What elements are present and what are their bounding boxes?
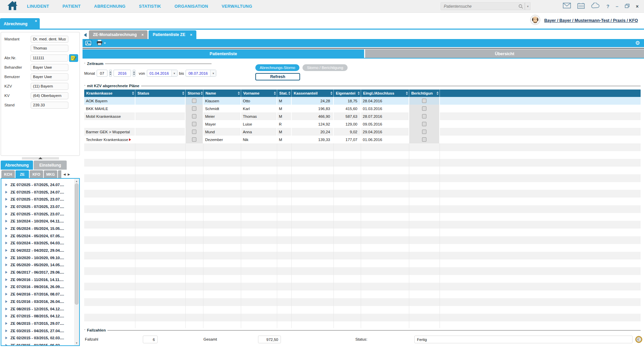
storno-berichtigung-button[interactable]: Storno / Berichtigung xyxy=(302,64,347,71)
mandant-field[interactable] xyxy=(31,36,68,43)
collapse-toggle[interactable]: - xyxy=(84,83,85,87)
expand-icon[interactable] xyxy=(5,344,7,345)
tree-item[interactable]: ZE 07/2025 - 07/2025, 24.07.... xyxy=(3,188,74,196)
table-row[interactable]: BKK MAHLESchmidtKarlM196,83415,6001.03.2… xyxy=(84,105,641,112)
type-tab-mkg[interactable]: MKG xyxy=(44,170,57,178)
menu-item-patient[interactable]: PATIENT xyxy=(63,4,81,9)
tree-item[interactable]: ZE 01/2016 - 03/2016, 26.04.... xyxy=(3,298,74,305)
edit-abrnr-button[interactable] xyxy=(69,54,78,62)
table-row[interactable]: AOK BayernKlausenOttoM24,2818,7528.04.20… xyxy=(84,97,641,105)
col-header-vorname[interactable]: Vorname xyxy=(241,90,277,97)
expand-icon[interactable] xyxy=(5,213,7,215)
col-header-kassenanteil[interactable]: Kassenanteil xyxy=(292,90,334,97)
type-tab-kfo[interactable]: KFO xyxy=(30,170,43,178)
tree-item[interactable]: ZE 10/2020 - 10/2020, 09.10.... xyxy=(3,254,74,262)
expand-icon[interactable] xyxy=(5,264,7,266)
behandler-field[interactable] xyxy=(31,64,68,71)
berichtigung-checkbox[interactable] xyxy=(422,137,426,142)
col-header-stat[interactable]: Stat. xyxy=(277,90,292,97)
col-header-eigenantei[interactable]: Eigenantei xyxy=(334,90,361,97)
expand-icon[interactable] xyxy=(5,300,7,303)
col-header-name[interactable]: Name xyxy=(203,90,241,97)
storno-checkbox[interactable] xyxy=(192,122,196,126)
tree-item[interactable]: ZE 04/2022 - 04/2022, 29.04.... xyxy=(3,247,74,254)
close-icon[interactable]: × xyxy=(636,4,639,9)
von-date-dropdown[interactable]: ▾ xyxy=(171,70,177,76)
monat-stepper[interactable] xyxy=(109,70,112,77)
expand-icon[interactable] xyxy=(5,198,7,201)
expand-icon[interactable] xyxy=(5,235,7,237)
menu-item-statistik[interactable]: STATISTIK xyxy=(139,4,161,9)
col-header-krankenkasse[interactable]: Krankenkasse xyxy=(84,90,135,97)
tree-item[interactable]: ZE 10/2024 - 10/2024, 04.11.... xyxy=(3,217,74,225)
close-icon[interactable]: × xyxy=(141,33,143,37)
home-button[interactable] xyxy=(0,1,25,12)
jahr-input[interactable] xyxy=(114,70,131,77)
user-context-link[interactable]: Bayer / Bayer / Mustermann-Test / Praxis… xyxy=(544,18,638,23)
expand-icon[interactable] xyxy=(5,329,7,332)
expand-icon[interactable] xyxy=(5,191,7,194)
expand-icon[interactable] xyxy=(5,271,7,274)
scroll-up-icon[interactable]: ▲ xyxy=(75,179,78,183)
col-header-storno[interactable]: Storno xyxy=(186,90,203,97)
col-header-berichtigun[interactable]: Berichtigun xyxy=(409,90,440,97)
tree-item[interactable]: ZE 07/2025 - 07/2025, 23.07.... xyxy=(3,203,74,210)
storno-checkbox[interactable] xyxy=(192,137,196,142)
tree-item[interactable]: ZE 05/2024 - 05/2024, 07.05.... xyxy=(3,232,74,240)
berichtigung-checkbox[interactable] xyxy=(422,114,426,118)
mail-icon[interactable] xyxy=(563,3,571,10)
menu-item-linudent[interactable]: LINUDENT xyxy=(27,4,49,9)
euro-coin-icon[interactable] xyxy=(635,336,642,344)
gear-icon[interactable]: ⚙ xyxy=(635,40,640,46)
kzv-field[interactable] xyxy=(31,83,68,90)
storno-checkbox[interactable] xyxy=(192,114,196,118)
tree-item[interactable]: ZE 07/2025 - 07/2025, 24.07.... xyxy=(3,181,74,188)
col-header-status[interactable]: Status xyxy=(135,90,186,97)
menu-item-organisation[interactable]: ORGANISATION xyxy=(174,4,208,9)
tree-item[interactable]: ZE 03/2024 - 03/2025, 04.03.... xyxy=(3,240,74,247)
search-options-dropdown[interactable]: ▾ xyxy=(525,2,530,10)
storno-checkbox[interactable] xyxy=(192,106,196,111)
table-row[interactable]: Barmer GEK > WuppertalMundAnnaM20,249,02… xyxy=(84,128,641,136)
status-input[interactable] xyxy=(414,336,633,343)
splitter-handle[interactable] xyxy=(1,156,80,161)
von-date-input[interactable] xyxy=(147,71,171,75)
bis-date-dropdown[interactable]: ▾ xyxy=(210,70,216,76)
scroll-down-icon[interactable]: ▼ xyxy=(75,341,78,345)
expand-icon[interactable] xyxy=(5,256,7,259)
expand-icon[interactable] xyxy=(5,183,7,186)
menu-item-abrechnung[interactable]: ABRECHNUNG xyxy=(94,4,125,9)
storno-checkbox[interactable] xyxy=(192,99,196,103)
refresh-button[interactable]: Refresh xyxy=(255,73,300,80)
doc-tab-scroll-left[interactable] xyxy=(83,31,88,39)
stand-field[interactable] xyxy=(31,102,68,109)
tree-item[interactable]: ZE 07/2016 - 09/2016, 26.09.... xyxy=(3,283,74,291)
bis-date-input[interactable] xyxy=(186,71,210,75)
help-icon[interactable]: ? xyxy=(606,4,609,9)
doc-tab-ze-monatsabrechnung[interactable]: ZE-Monatsabrechnung× xyxy=(89,30,148,39)
abrechnungs-storno-button[interactable]: Abrechnungs-Storno xyxy=(255,64,299,71)
sidebar-tab-abrechnung[interactable]: Abrechnung xyxy=(1,161,33,170)
window-tab-abrechnung[interactable]: Abrechnung × xyxy=(0,18,40,29)
expand-icon[interactable] xyxy=(5,278,7,281)
tree-item[interactable]: ZE 05/2024 - 05/2024, 15.05.... xyxy=(3,225,74,232)
x-field[interactable] xyxy=(31,45,68,52)
jahr-stepper[interactable] xyxy=(133,70,135,77)
tree-item[interactable]: ZE 03/2015 - 04/2015, 27.04.... xyxy=(3,327,74,335)
berichtigung-checkbox[interactable] xyxy=(422,122,426,126)
fallzahl-input[interactable] xyxy=(143,336,158,343)
tree-item[interactable]: ZE 08/2015 - 12/2015, 04.12.... xyxy=(3,305,74,313)
expand-icon[interactable] xyxy=(5,337,7,339)
restore-icon[interactable] xyxy=(625,3,630,9)
menu-item-verwaltung[interactable]: VERWALTUNG xyxy=(222,4,252,9)
storno-checkbox[interactable] xyxy=(192,130,196,134)
berichtigung-checkbox[interactable] xyxy=(422,99,426,103)
berichtigung-checkbox[interactable] xyxy=(422,106,426,111)
view-tab-übersicht[interactable]: Übersicht xyxy=(365,49,644,58)
partial-tab[interactable] xyxy=(58,170,61,178)
close-icon[interactable]: × xyxy=(35,19,37,23)
expand-icon[interactable] xyxy=(5,227,7,230)
table-row[interactable]: MayerLuiseR124,92129,0009.05.2016 xyxy=(84,120,641,128)
tab-scroll-right-icon[interactable]: ▶ xyxy=(68,173,70,176)
gesamt-input[interactable] xyxy=(258,336,281,343)
